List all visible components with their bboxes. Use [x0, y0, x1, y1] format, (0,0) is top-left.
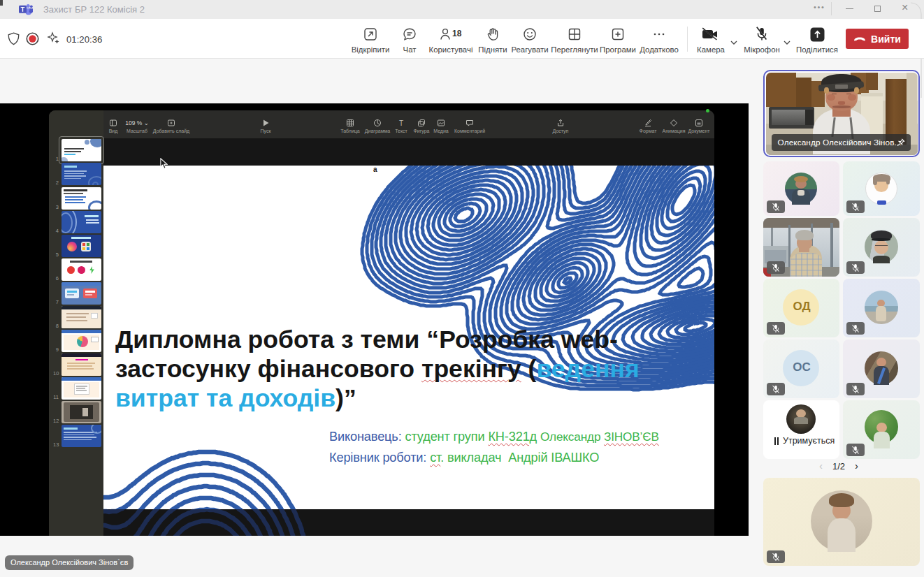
- svg-text:18: 18: [452, 29, 462, 38]
